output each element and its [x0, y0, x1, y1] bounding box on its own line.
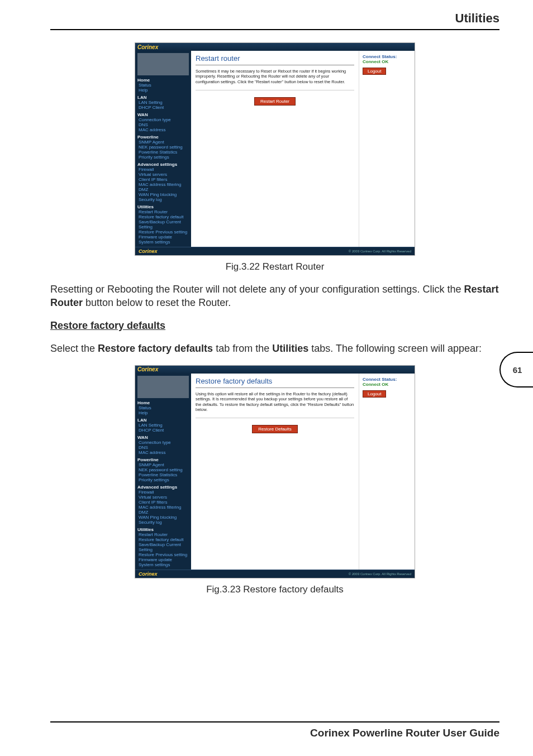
nav-mac-address[interactable]: MAC address	[139, 450, 189, 455]
page-number-tab: 61	[499, 352, 533, 387]
nav-snmp-agent[interactable]: SNMP Agent	[139, 140, 189, 145]
figure-caption-1: Fig.3.22 Restart Router	[50, 261, 499, 272]
nav-powerline-stats[interactable]: Powerline Statistics	[139, 472, 189, 477]
panel-description: Sometimes it may be necessary to Reset o…	[196, 69, 354, 84]
page-header: Utilities	[50, 11, 499, 30]
status-panel: Connect Status: Connect OK Logout	[359, 51, 415, 247]
restore-defaults-button[interactable]: Restore Defaults	[252, 425, 298, 433]
nav-firmware-update[interactable]: Firmware update	[139, 557, 189, 562]
status-value: Connect OK	[363, 59, 411, 64]
brand-logo-text: Corinex	[137, 44, 158, 50]
product-image	[137, 376, 189, 398]
nav-status[interactable]: Status	[139, 83, 189, 88]
nav-restore-factory-default[interactable]: Restore factory default	[139, 537, 189, 542]
nav-nek-password[interactable]: NEK password setting	[139, 467, 189, 472]
page-footer: Corinex Powerline Router User Guide	[50, 721, 499, 739]
nav-home[interactable]: Home	[137, 78, 189, 83]
nav-system-settings[interactable]: System settings	[139, 562, 189, 567]
nav-dmz[interactable]: DMZ	[139, 187, 189, 192]
nav-advanced-settings[interactable]: Advanced settings	[137, 485, 189, 490]
footer-brand: Corinex	[139, 571, 158, 577]
nav-home[interactable]: Home	[137, 400, 189, 405]
figure-caption-2: Fig.3.23 Restore factory defaults	[50, 584, 499, 595]
nav-lan[interactable]: LAN	[137, 95, 189, 100]
nav-help[interactable]: Help	[139, 88, 189, 93]
nav-virtual-servers[interactable]: Virtual servers	[139, 495, 189, 500]
nav-snmp-agent[interactable]: SNMP Agent	[139, 462, 189, 467]
header-title: Utilities	[455, 11, 499, 26]
nav-lan-setting[interactable]: LAN Setting	[139, 100, 189, 105]
nav-dmz[interactable]: DMZ	[139, 510, 189, 515]
nav-mac-filtering[interactable]: MAC address filtering	[139, 182, 189, 187]
footer-copyright: © 2003 Corinex Corp. All Rights Reserved	[349, 572, 411, 576]
nav-powerline[interactable]: Powerline	[137, 135, 189, 140]
app-footer: Corinex © 2003 Corinex Corp. All Rights …	[135, 247, 415, 255]
nav-system-settings[interactable]: System settings	[139, 240, 189, 245]
nav-advanced-settings[interactable]: Advanced settings	[137, 162, 189, 167]
figure-restart-router: Corinex Home Status Help LAN LAN Setting…	[135, 42, 415, 256]
brand-logo-text: Corinex	[137, 366, 158, 372]
panel-heading: Restart router	[196, 54, 354, 65]
nav-firewall[interactable]: Firewall	[139, 167, 189, 172]
nav-powerline[interactable]: Powerline	[137, 457, 189, 462]
nav-client-ip-filters[interactable]: Client IP filters	[139, 177, 189, 182]
nav-conn-type[interactable]: Connection type	[139, 117, 189, 122]
restart-router-button[interactable]: Restart Router	[254, 97, 296, 106]
page-number: 61	[513, 365, 522, 375]
nav-conn-type[interactable]: Connection type	[139, 440, 189, 445]
nav-virtual-servers[interactable]: Virtual servers	[139, 172, 189, 177]
status-panel: Connect Status: Connect OK Logout	[359, 374, 415, 570]
nav-nek-password[interactable]: NEK password setting	[139, 145, 189, 150]
app-titlebar: Corinex	[135, 366, 415, 374]
sidebar: Home Status Help LAN LAN Setting DHCP Cl…	[135, 51, 191, 247]
status-label: Connect Status:	[363, 377, 411, 382]
app-footer: Corinex © 2003 Corinex Corp. All Rights …	[135, 570, 415, 578]
nav-lan-setting[interactable]: LAN Setting	[139, 423, 189, 428]
nav-security-log[interactable]: Security log	[139, 520, 189, 525]
logout-button[interactable]: Logout	[363, 390, 386, 398]
sidebar: Home Status Help LAN LAN Setting DHCP Cl…	[135, 374, 191, 570]
app-titlebar: Corinex	[135, 43, 415, 51]
figure-restore-defaults: Corinex Home Status Help LAN LAN Setting…	[135, 365, 415, 578]
nav-restore-previous[interactable]: Restore Previous setting	[139, 229, 189, 235]
nav-dns[interactable]: DNS	[139, 122, 189, 127]
nav-save-backup-current[interactable]: Save/Backup Current Setting	[139, 542, 189, 552]
nav-wan[interactable]: WAN	[137, 112, 189, 117]
nav-wan-ping-blocking[interactable]: WAN Ping blocking	[139, 192, 189, 197]
footer-copyright: © 2003 Corinex Corp. All Rights Reserved	[349, 250, 411, 253]
nav-firmware-update[interactable]: Firmware update	[139, 235, 189, 240]
nav-mac-filtering[interactable]: MAC address filtering	[139, 505, 189, 510]
nav-dhcp-client[interactable]: DHCP Client	[139, 105, 189, 110]
main-panel: Restore factory defaults Using this opti…	[191, 374, 359, 570]
nav-restart-router[interactable]: Restart Router	[139, 209, 189, 214]
status-value: Connect OK	[363, 382, 411, 387]
nav-save-backup-current[interactable]: Save/Backup Current Setting	[139, 219, 189, 229]
nav-mac-address[interactable]: MAC address	[139, 127, 189, 132]
nav-restore-factory-default[interactable]: Restore factory default	[139, 214, 189, 219]
nav-restart-router[interactable]: Restart Router	[139, 532, 189, 537]
nav-firewall[interactable]: Firewall	[139, 490, 189, 495]
nav-priority-settings[interactable]: Priority settings	[139, 477, 189, 482]
nav-wan[interactable]: WAN	[137, 435, 189, 440]
nav-powerline-stats[interactable]: Powerline Statistics	[139, 150, 189, 155]
nav-utilities[interactable]: Utilities	[137, 527, 189, 532]
paragraph-restore-defaults: Select the Restore factory defaults tab …	[50, 342, 499, 355]
nav-lan[interactable]: LAN	[137, 418, 189, 423]
nav-client-ip-filters[interactable]: Client IP filters	[139, 500, 189, 505]
nav-dhcp-client[interactable]: DHCP Client	[139, 428, 189, 433]
status-label: Connect Status:	[363, 54, 411, 59]
nav-priority-settings[interactable]: Priority settings	[139, 155, 189, 160]
panel-description: Using this option will restore all of th…	[196, 391, 354, 413]
logout-button[interactable]: Logout	[363, 68, 386, 75]
footer-title: Corinex Powerline Router User Guide	[310, 727, 499, 739]
document-page: Utilities Corinex Home Status Help LAN L…	[0, 0, 533, 756]
nav-restore-previous[interactable]: Restore Previous setting	[139, 552, 189, 557]
nav-status[interactable]: Status	[139, 405, 189, 410]
panel-heading: Restore factory defaults	[196, 377, 354, 388]
nav-help[interactable]: Help	[139, 410, 189, 415]
nav-wan-ping-blocking[interactable]: WAN Ping blocking	[139, 515, 189, 520]
nav-security-log[interactable]: Security log	[139, 197, 189, 202]
nav-utilities[interactable]: Utilities	[137, 204, 189, 209]
nav-dns[interactable]: DNS	[139, 445, 189, 450]
product-image	[137, 53, 189, 75]
